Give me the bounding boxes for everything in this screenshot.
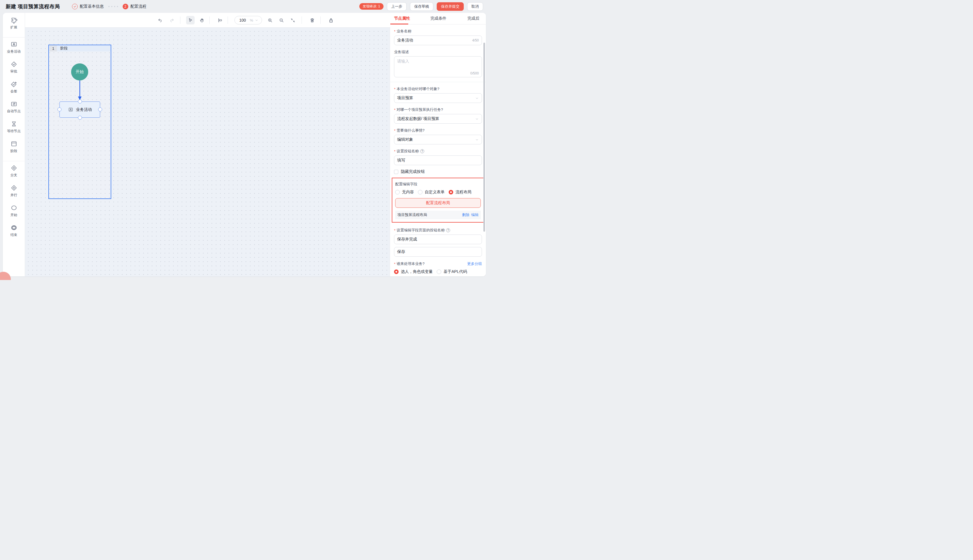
export-button[interactable] bbox=[327, 16, 335, 25]
zoom-in-button[interactable] bbox=[266, 16, 274, 25]
chevron-down-icon bbox=[475, 138, 479, 142]
step-configure-flow[interactable]: 2 配置流程 bbox=[123, 4, 147, 9]
chevron-down-icon bbox=[475, 97, 479, 100]
palette-item-end[interactable]: 结束 bbox=[3, 224, 25, 242]
error-count-badge[interactable]: 发现错误: 1 bbox=[359, 3, 383, 10]
diamond-x-icon bbox=[10, 165, 17, 172]
export-icon bbox=[328, 18, 334, 23]
node-port-left[interactable] bbox=[57, 107, 62, 112]
header-bar: 新建 项目预算流程布局 配置基本信息 2 配置流程 发现错误: 1 上一步 保存… bbox=[0, 0, 486, 13]
hide-complete-checkbox[interactable] bbox=[394, 170, 398, 174]
action-type-select[interactable]: 编辑对象 bbox=[394, 135, 482, 144]
puzzle-icon bbox=[10, 17, 17, 23]
palette-item-extension[interactable]: 扩展 bbox=[3, 17, 25, 34]
palette-item-wait-node[interactable]: 等待节点 bbox=[3, 120, 25, 138]
radio-no-content[interactable] bbox=[395, 190, 400, 195]
more-groups-link[interactable]: 更多分组 bbox=[467, 261, 482, 267]
char-counter: 0/500 bbox=[470, 72, 479, 75]
zoom-out-button[interactable] bbox=[277, 16, 286, 25]
end-circle-icon bbox=[10, 224, 17, 231]
align-button[interactable] bbox=[216, 16, 224, 25]
layout-item-row: 项目预算流程布局 删除 编辑 bbox=[395, 211, 481, 219]
business-activity-node[interactable]: 业务活动 bbox=[59, 102, 100, 118]
delete-button[interactable] bbox=[308, 16, 316, 25]
palette-item-parallel[interactable]: 并行 bbox=[3, 185, 25, 202]
palette-item-branch[interactable]: 分支 bbox=[3, 165, 25, 182]
diamond-countersign-icon bbox=[10, 81, 17, 88]
radio-select-person[interactable] bbox=[394, 270, 399, 274]
page-buttons-label: 设置编辑字段页面的按钮名称 bbox=[394, 228, 482, 233]
task-target-select[interactable]: 流程发起数据/ 项目预算 bbox=[394, 114, 482, 124]
configure-flow-layout-button[interactable]: 配置流程布局 bbox=[395, 198, 481, 208]
fit-view-button[interactable] bbox=[289, 16, 297, 25]
palette-item-approval[interactable]: 审批 bbox=[3, 61, 25, 78]
chevron-down-icon bbox=[475, 117, 479, 121]
undo-icon bbox=[158, 18, 163, 23]
tab-after-completion[interactable]: 完成后 bbox=[467, 16, 480, 21]
radio-label: 选人，角色或变量 bbox=[401, 269, 433, 274]
hide-complete-label: 隐藏完成按钮 bbox=[401, 169, 425, 174]
save-submit-button[interactable]: 保存并提交 bbox=[437, 2, 464, 11]
node-port-bottom[interactable] bbox=[78, 116, 82, 120]
delete-link[interactable]: 删除 bbox=[462, 212, 470, 217]
node-port-top[interactable] bbox=[78, 100, 82, 103]
radio-custom-form[interactable] bbox=[418, 190, 423, 195]
zoom-value: 100 bbox=[239, 18, 246, 22]
help-icon[interactable] bbox=[420, 149, 424, 153]
button-name-value: 填写 bbox=[397, 158, 405, 163]
pan-tool-button[interactable] bbox=[197, 16, 206, 25]
tab-completion-condition[interactable]: 完成条件 bbox=[430, 16, 446, 21]
undo-button[interactable] bbox=[156, 16, 164, 25]
palette-item-auto-node[interactable]: 自动节点 bbox=[3, 101, 25, 118]
radio-flow-layout[interactable] bbox=[449, 190, 453, 195]
redo-button[interactable] bbox=[167, 16, 176, 25]
radio-apl-code[interactable] bbox=[437, 270, 441, 274]
flow-canvas[interactable]: 1 阶段 开始 业务活动 bbox=[25, 28, 390, 276]
save-input[interactable]: 保存 bbox=[394, 247, 482, 257]
business-name-input[interactable]: 业务活动 4/50 bbox=[394, 35, 482, 45]
radio-label: 基于APL代码 bbox=[443, 269, 467, 274]
palette-item-start[interactable]: 开始 bbox=[3, 204, 25, 222]
edit-fields-label: 配置编辑字段 bbox=[395, 182, 481, 187]
tab-node-properties[interactable]: 节点属性 bbox=[394, 16, 410, 21]
previous-step-button[interactable]: 上一步 bbox=[387, 2, 406, 11]
task-target-label: 对哪一个项目预算执行任务? bbox=[394, 107, 482, 112]
cancel-button[interactable]: 取消 bbox=[467, 2, 483, 11]
stage-header[interactable]: 1 阶段 bbox=[49, 45, 111, 52]
error-highlight-section: 配置编辑字段 无内容 自定义表单 流程布局 配置流程布局 项目预算流程布局 删除… bbox=[392, 178, 484, 223]
step-label: 配置基本信息 bbox=[80, 4, 104, 9]
business-name-value: 业务活动 bbox=[397, 38, 413, 43]
palette-label: 开始 bbox=[10, 213, 17, 217]
zoom-level-control[interactable]: 100 % bbox=[234, 16, 262, 25]
button-name-input[interactable]: 填写 bbox=[394, 155, 482, 165]
panel-tabs: 节点属性 完成条件 完成后 bbox=[390, 13, 486, 25]
layout-item-name: 项目预算流程布局 bbox=[398, 212, 427, 217]
palette-item-countersign[interactable]: 会签 bbox=[3, 81, 25, 98]
step-basic-info[interactable]: 配置基本信息 bbox=[72, 4, 104, 9]
trash-icon bbox=[309, 18, 315, 23]
zoom-out-icon bbox=[279, 18, 284, 23]
palette-label: 会签 bbox=[10, 89, 17, 94]
start-node[interactable]: 开始 bbox=[71, 63, 88, 80]
zoom-unit: % bbox=[250, 18, 253, 22]
business-desc-textarea[interactable]: 请输入 0/500 bbox=[394, 56, 482, 77]
palette-item-business-activity[interactable]: 业务活动 bbox=[3, 41, 25, 58]
target-object-select[interactable]: 项目预算 bbox=[394, 93, 482, 103]
palette-item-stage[interactable]: 阶段 bbox=[3, 140, 25, 158]
check-circle-icon bbox=[72, 4, 78, 9]
save-complete-input[interactable]: 保存并完成 bbox=[394, 235, 482, 244]
panel-scrollbar[interactable] bbox=[483, 43, 485, 232]
node-label: 业务活动 bbox=[76, 107, 92, 112]
redo-icon bbox=[169, 18, 174, 23]
help-icon[interactable] bbox=[446, 228, 450, 232]
radio-label: 流程布局 bbox=[455, 190, 471, 195]
panel-body: 业务名称 业务活动 4/50 业务描述 请输入 0/500 本业务活动针对哪个对… bbox=[390, 25, 486, 276]
edit-fields-options: 无内容 自定义表单 流程布局 bbox=[395, 190, 481, 195]
selected-value: 流程发起数据/ 项目预算 bbox=[397, 116, 439, 122]
save-draft-button[interactable]: 保存草稿 bbox=[410, 2, 433, 11]
chevron-down-icon bbox=[255, 18, 258, 22]
node-port-right[interactable] bbox=[98, 107, 102, 112]
select-tool-button[interactable] bbox=[186, 16, 195, 25]
edit-link[interactable]: 编辑 bbox=[471, 212, 478, 217]
palette-label: 扩展 bbox=[10, 25, 17, 30]
